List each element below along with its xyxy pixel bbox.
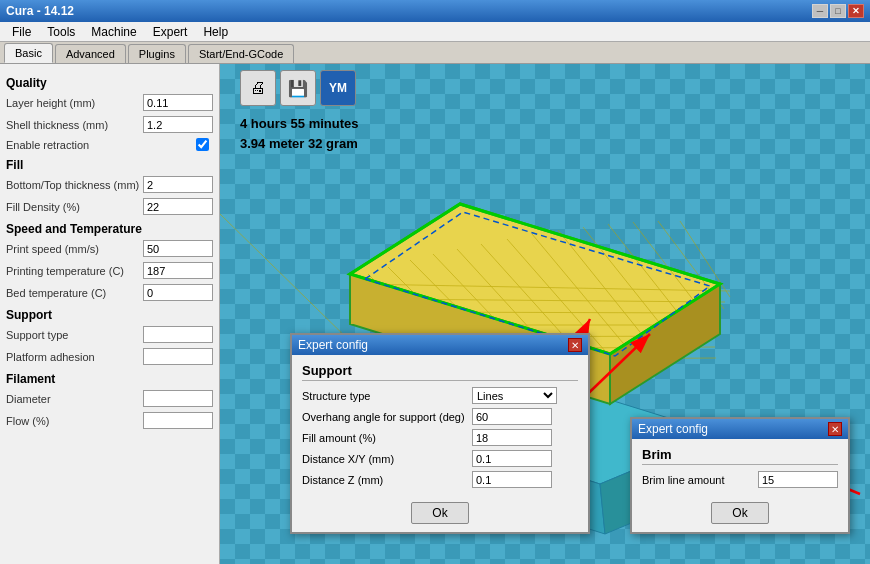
distance-z-label: Distance Z (mm) bbox=[302, 474, 472, 486]
dialog2-close-button[interactable]: ✕ bbox=[828, 422, 842, 436]
shell-thickness-row: Shell thickness (mm) bbox=[6, 115, 213, 134]
bed-temp-input[interactable] bbox=[143, 284, 213, 301]
dialog2-section-title: Brim bbox=[642, 447, 838, 465]
minimize-button[interactable]: ─ bbox=[812, 4, 828, 18]
distance-xy-label: Distance X/Y (mm) bbox=[302, 453, 472, 465]
menu-tools[interactable]: Tools bbox=[39, 23, 83, 41]
dialog2-title: Expert config bbox=[638, 422, 708, 436]
flow-input[interactable] bbox=[143, 412, 213, 429]
menu-help[interactable]: Help bbox=[195, 23, 236, 41]
brim-line-amount-label: Brim line amount bbox=[642, 474, 758, 486]
diameter-row: Diameter bbox=[6, 389, 213, 408]
support-type-row: Support type bbox=[6, 325, 213, 344]
tab-startend-gcode[interactable]: Start/End-GCode bbox=[188, 44, 294, 63]
flow-row: Flow (%) bbox=[6, 411, 213, 430]
dialog2-ok-button[interactable]: Ok bbox=[711, 502, 768, 524]
tab-plugins[interactable]: Plugins bbox=[128, 44, 186, 63]
structure-type-row: Structure type Lines Grid bbox=[302, 387, 578, 404]
dialog2-ok-row: Ok bbox=[642, 494, 838, 524]
menubar: File Tools Machine Expert Help bbox=[0, 22, 870, 42]
print-speed-input[interactable] bbox=[143, 240, 213, 257]
diameter-label: Diameter bbox=[6, 393, 143, 405]
fill-amount-input[interactable] bbox=[472, 429, 552, 446]
fill-density-input[interactable] bbox=[143, 198, 213, 215]
menu-expert[interactable]: Expert bbox=[145, 23, 196, 41]
dialog1-ok-row: Ok bbox=[302, 494, 578, 524]
shell-thickness-label: Shell thickness (mm) bbox=[6, 119, 143, 131]
diameter-input[interactable] bbox=[143, 390, 213, 407]
flow-label: Flow (%) bbox=[6, 415, 143, 427]
overhang-angle-label: Overhang angle for support (deg) bbox=[302, 411, 472, 423]
tab-advanced[interactable]: Advanced bbox=[55, 44, 126, 63]
dialog2-titlebar: Expert config ✕ bbox=[632, 419, 848, 439]
print-temp-input[interactable] bbox=[143, 262, 213, 279]
distance-z-row: Distance Z (mm) bbox=[302, 471, 578, 488]
distance-z-input[interactable] bbox=[472, 471, 552, 488]
bottom-top-thickness-row: Bottom/Top thickness (mm) bbox=[6, 175, 213, 194]
left-panel: Quality Layer height (mm) Shell thicknes… bbox=[0, 64, 220, 564]
fill-amount-row: Fill amount (%) bbox=[302, 429, 578, 446]
titlebar: Cura - 14.12 ─ □ ✕ bbox=[0, 0, 870, 22]
fill-section-title: Fill bbox=[6, 158, 213, 172]
dialog1-title: Expert config bbox=[298, 338, 368, 352]
distance-xy-row: Distance X/Y (mm) bbox=[302, 450, 578, 467]
enable-retraction-checkbox[interactable] bbox=[196, 138, 209, 151]
print-temp-label: Printing temperature (C) bbox=[6, 265, 143, 277]
fill-amount-label: Fill amount (%) bbox=[302, 432, 472, 444]
close-button[interactable]: ✕ bbox=[848, 4, 864, 18]
fill-density-row: Fill Density (%) bbox=[6, 197, 213, 216]
bed-temp-row: Bed temperature (C) bbox=[6, 283, 213, 302]
viewport: 🖨 💾 YM 4 hours 55 minutes 3.94 meter 32 … bbox=[220, 64, 870, 564]
layer-height-row: Layer height (mm) bbox=[6, 93, 213, 112]
dialog1-titlebar: Expert config ✕ bbox=[292, 335, 588, 355]
distance-xy-input[interactable] bbox=[472, 450, 552, 467]
right-panel: 🖨 💾 YM 4 hours 55 minutes 3.94 meter 32 … bbox=[220, 64, 870, 564]
structure-type-select[interactable]: Lines Grid bbox=[472, 387, 557, 404]
dialog1-section-title: Support bbox=[302, 363, 578, 381]
expert-config-dialog-1: Expert config ✕ Support Structure type L… bbox=[290, 333, 590, 534]
expert-config-dialog-2: Expert config ✕ Brim Brim line amount Ok bbox=[630, 417, 850, 534]
speed-section-title: Speed and Temperature bbox=[6, 222, 213, 236]
dialog1-close-button[interactable]: ✕ bbox=[568, 338, 582, 352]
dialog1-content: Support Structure type Lines Grid Overha… bbox=[292, 355, 588, 532]
overhang-angle-row: Overhang angle for support (deg) bbox=[302, 408, 578, 425]
bottom-top-thickness-label: Bottom/Top thickness (mm) bbox=[6, 179, 143, 191]
tab-basic[interactable]: Basic bbox=[4, 43, 53, 63]
print-speed-row: Print speed (mm/s) bbox=[6, 239, 213, 258]
enable-retraction-row: Enable retraction bbox=[6, 137, 213, 152]
app-title: Cura - 14.12 bbox=[6, 4, 74, 18]
titlebar-buttons: ─ □ ✕ bbox=[812, 4, 864, 18]
brim-line-amount-row: Brim line amount bbox=[642, 471, 838, 488]
bottom-top-thickness-input[interactable] bbox=[143, 176, 213, 193]
menu-machine[interactable]: Machine bbox=[83, 23, 144, 41]
platform-adhesion-row: Platform adhesion bbox=[6, 347, 213, 366]
platform-adhesion-input[interactable] bbox=[143, 348, 213, 365]
structure-type-label: Structure type bbox=[302, 390, 472, 402]
print-speed-label: Print speed (mm/s) bbox=[6, 243, 143, 255]
menu-file[interactable]: File bbox=[4, 23, 39, 41]
brim-line-amount-input[interactable] bbox=[758, 471, 838, 488]
platform-adhesion-label: Platform adhesion bbox=[6, 351, 143, 363]
fill-density-label: Fill Density (%) bbox=[6, 201, 143, 213]
quality-section-title: Quality bbox=[6, 76, 213, 90]
bed-temp-label: Bed temperature (C) bbox=[6, 287, 143, 299]
print-temp-row: Printing temperature (C) bbox=[6, 261, 213, 280]
layer-height-input[interactable] bbox=[143, 94, 213, 111]
layer-height-label: Layer height (mm) bbox=[6, 97, 143, 109]
main-container: Quality Layer height (mm) Shell thicknes… bbox=[0, 64, 870, 564]
support-type-label: Support type bbox=[6, 329, 143, 341]
filament-section-title: Filament bbox=[6, 372, 213, 386]
overhang-angle-input[interactable] bbox=[472, 408, 552, 425]
maximize-button[interactable]: □ bbox=[830, 4, 846, 18]
tabbar: Basic Advanced Plugins Start/End-GCode bbox=[0, 42, 870, 64]
enable-retraction-label: Enable retraction bbox=[6, 139, 196, 151]
dialog1-ok-button[interactable]: Ok bbox=[411, 502, 468, 524]
support-type-input[interactable] bbox=[143, 326, 213, 343]
support-section-title: Support bbox=[6, 308, 213, 322]
dialog2-content: Brim Brim line amount Ok bbox=[632, 439, 848, 532]
shell-thickness-input[interactable] bbox=[143, 116, 213, 133]
